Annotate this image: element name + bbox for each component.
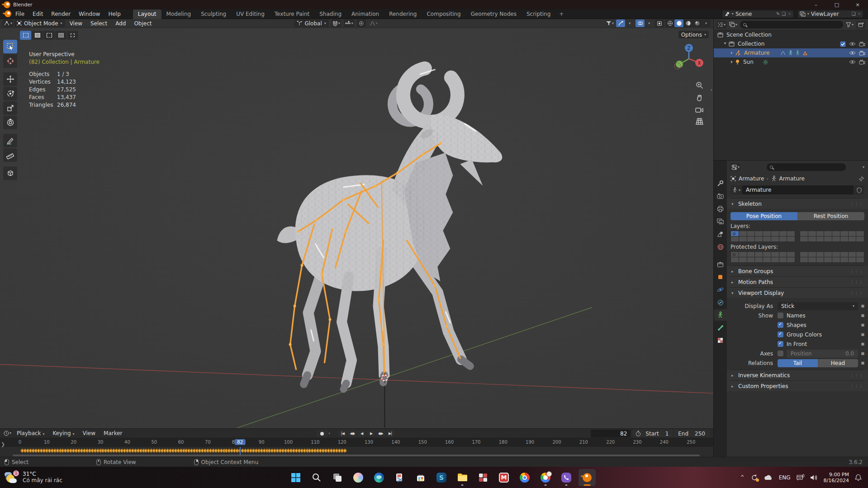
clock[interactable]: 9:00 PM 8/16/2024 xyxy=(824,472,849,483)
gizmo-y-axis[interactable] xyxy=(676,61,683,68)
copy-icon[interactable]: ❏ xyxy=(782,11,786,16)
panel-grip-icon[interactable]: ⋮⋮⋮ xyxy=(850,269,863,274)
rest-position-button[interactable]: Rest Position xyxy=(797,212,864,220)
datablock-type-dropdown[interactable]: ▾ xyxy=(730,185,742,194)
minimize-button[interactable]: – xyxy=(806,0,826,9)
bone-layer-cell[interactable] xyxy=(849,237,856,242)
animate-dot[interactable]: ■ xyxy=(858,342,864,346)
bone-layer-cell[interactable] xyxy=(824,231,832,236)
tab-render[interactable] xyxy=(714,190,727,202)
outliner-filter-dropdown[interactable]: ▾ xyxy=(845,21,854,28)
axes-checkbox[interactable] xyxy=(778,351,783,356)
bone-layer-cell[interactable] xyxy=(816,252,824,257)
bone-layer-cell[interactable] xyxy=(739,252,747,257)
axes-position-slider[interactable]: Position 0.0 xyxy=(787,350,858,358)
tab-bone[interactable] xyxy=(714,322,727,333)
bone-layer-cell[interactable] xyxy=(800,231,808,236)
bone-layer-cell[interactable] xyxy=(771,252,779,257)
tab-compositing[interactable]: Compositing xyxy=(422,9,465,19)
bone-groups-header[interactable]: ▸ Bone Groups ⋮⋮⋮ xyxy=(727,266,868,276)
proportional-falloff-dropdown[interactable]: ▾ xyxy=(369,19,379,27)
shading-dropdown[interactable]: ▾ xyxy=(702,19,711,27)
tab-world[interactable] xyxy=(714,241,727,252)
shading-solid-button[interactable] xyxy=(674,19,683,27)
language-indicator[interactable]: ENG xyxy=(779,474,791,481)
editor-type-dropdown[interactable]: ▾ xyxy=(3,19,13,27)
bone-layer-cell[interactable] xyxy=(787,257,795,262)
chrome-profile-button[interactable] xyxy=(537,469,554,486)
tab-object-data[interactable] xyxy=(714,309,727,321)
bone-layer-cell[interactable] xyxy=(816,237,824,242)
bone-layer-cell[interactable] xyxy=(779,252,787,257)
bone-layer-cell[interactable] xyxy=(747,252,755,257)
tab-layout[interactable]: Layout xyxy=(133,9,161,19)
pin-icon[interactable]: ✎ xyxy=(776,11,780,16)
panel-grip-icon[interactable]: ⋮⋮⋮ xyxy=(850,280,863,284)
shading-material-button[interactable] xyxy=(683,19,693,27)
bone-layer-cell[interactable] xyxy=(739,257,747,262)
3d-viewport[interactable]: User Perspective (82) Collection | Armat… xyxy=(0,28,713,428)
bone-layer-cell[interactable] xyxy=(800,257,808,262)
panel-collapse-arrow[interactable]: ‹ xyxy=(711,87,712,93)
close-button[interactable]: × xyxy=(847,0,868,9)
select-set-button[interactable] xyxy=(20,31,31,40)
bone-layer-cell[interactable] xyxy=(816,257,824,262)
tray-chevron-icon[interactable]: ⌃ xyxy=(740,474,745,481)
search-button[interactable] xyxy=(308,469,325,486)
menu-render[interactable]: Render xyxy=(47,9,75,19)
outliner-editor-dropdown[interactable]: ▾ xyxy=(716,21,726,28)
bone-layer-cell[interactable] xyxy=(747,231,755,236)
start-button[interactable] xyxy=(287,469,304,486)
bone-layer-cell[interactable] xyxy=(856,231,864,236)
playhead-frame-badge[interactable]: 82 xyxy=(234,439,246,445)
bone-layer-cell[interactable] xyxy=(800,252,808,257)
camera-view-icon[interactable] xyxy=(695,107,703,113)
tool-add-cube[interactable] xyxy=(3,166,17,180)
bone-layer-cell[interactable] xyxy=(832,257,840,262)
outliner-search-input[interactable] xyxy=(740,21,843,28)
properties-search-input[interactable] xyxy=(767,163,846,171)
tool-transform[interactable] xyxy=(3,116,17,129)
pan-hand-icon[interactable] xyxy=(696,94,703,102)
weather-widget[interactable]: 1 31°C Có mây rải rác xyxy=(0,470,104,485)
snapping-dropdown[interactable]: ▾ xyxy=(332,19,341,27)
pose-position-button[interactable]: Pose Position xyxy=(730,212,797,220)
bone-layer-cell[interactable] xyxy=(832,231,840,236)
bone-layer-cell[interactable] xyxy=(763,257,771,262)
disable-render-camera-icon[interactable] xyxy=(859,60,865,65)
gizmo-dropdown[interactable]: ▾ xyxy=(625,19,634,27)
bone-layer-cell[interactable] xyxy=(824,252,832,257)
volume-icon[interactable] xyxy=(810,474,818,481)
menu-window[interactable]: Window xyxy=(75,9,104,19)
bone-layer-cell[interactable] xyxy=(771,237,779,242)
tab-rendering[interactable]: Rendering xyxy=(384,9,422,19)
tab-animation[interactable]: Animation xyxy=(346,9,384,19)
tool-rotate[interactable] xyxy=(3,87,17,100)
skype-button[interactable]: S xyxy=(433,469,450,486)
blender-menu-icon[interactable] xyxy=(5,10,11,17)
hide-eye-icon[interactable] xyxy=(849,51,856,55)
panel-grip-icon[interactable]: ⋮⋮⋮ xyxy=(850,291,863,295)
skeleton-panel-header[interactable]: ▾ Skeleton ⋮⋮⋮ xyxy=(727,199,868,209)
bone-layer-cell[interactable] xyxy=(763,237,771,242)
timeline-menu-playback[interactable]: Playback ▾ xyxy=(13,430,48,436)
show-in-front-checkbox[interactable]: In Front xyxy=(778,341,807,347)
panel-grip-icon[interactable]: ⋮⋮⋮ xyxy=(850,384,863,389)
touch-keyboard-icon[interactable] xyxy=(797,474,804,481)
bone-layer-cell[interactable] xyxy=(824,257,832,262)
bone-layer-cell[interactable] xyxy=(739,231,747,236)
bone-layer-cell[interactable] xyxy=(824,237,832,242)
mode-dropdown[interactable]: Object Mode ▾ xyxy=(14,19,65,27)
snap-target-dropdown[interactable]: ▾ xyxy=(344,19,354,27)
show-gizmo-toggle[interactable] xyxy=(616,19,625,27)
bone-layer-cell[interactable] xyxy=(763,231,771,236)
bone-layer-cell[interactable] xyxy=(755,252,763,257)
properties-editor-dropdown[interactable]: ▾ xyxy=(730,163,740,171)
bone-layer-cell[interactable] xyxy=(808,237,816,242)
tab-sculpting[interactable]: Sculpting xyxy=(196,9,231,19)
bone-layer-cell[interactable] xyxy=(755,231,763,236)
tab-scripting[interactable]: Scripting xyxy=(522,9,555,19)
tool-select-box[interactable] xyxy=(3,40,17,53)
microsoft-store-button[interactable] xyxy=(412,469,429,486)
auto-keying-toggle[interactable] xyxy=(317,430,327,437)
